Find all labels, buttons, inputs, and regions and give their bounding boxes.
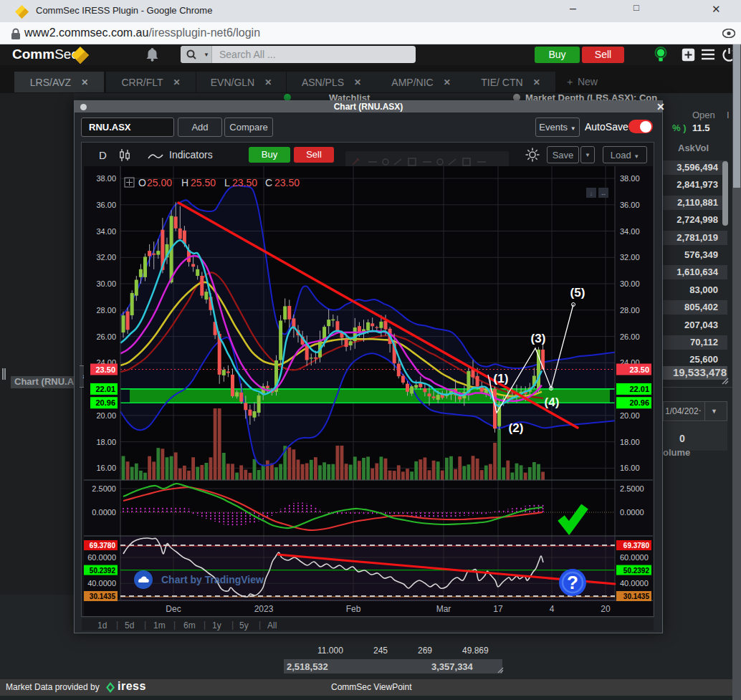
svg-text:(1): (1) bbox=[494, 372, 509, 385]
svg-text:20.96: 20.96 bbox=[95, 398, 115, 407]
svg-text:30.1435: 30.1435 bbox=[623, 593, 650, 600]
svg-text:32.00: 32.00 bbox=[96, 253, 116, 262]
svg-text:17: 17 bbox=[493, 604, 503, 614]
svg-text:26.00: 26.00 bbox=[620, 332, 640, 341]
svg-text:4: 4 bbox=[550, 604, 555, 614]
svg-text:23.50: 23.50 bbox=[629, 365, 649, 374]
svg-text:32.00: 32.00 bbox=[620, 253, 640, 262]
svg-text:H: H bbox=[181, 177, 188, 188]
svg-text:36.00: 36.00 bbox=[96, 201, 116, 209]
svg-text:(4): (4) bbox=[545, 395, 560, 409]
svg-text:60.0000: 60.0000 bbox=[87, 553, 116, 562]
svg-text:(2): (2) bbox=[509, 421, 524, 435]
svg-text:23.50: 23.50 bbox=[95, 365, 115, 374]
svg-text:25.50: 25.50 bbox=[191, 177, 216, 188]
svg-text:60.0000: 60.0000 bbox=[620, 553, 649, 562]
svg-text:(3): (3) bbox=[531, 332, 546, 345]
svg-text:30.1435: 30.1435 bbox=[90, 593, 116, 600]
svg-text:28.00: 28.00 bbox=[96, 306, 116, 315]
svg-text:23.50: 23.50 bbox=[232, 177, 257, 188]
svg-text:23.50: 23.50 bbox=[274, 177, 300, 188]
svg-text:O: O bbox=[138, 177, 146, 188]
svg-text:2023: 2023 bbox=[254, 604, 274, 614]
svg-text:22.01: 22.01 bbox=[629, 385, 649, 393]
svg-text:(5): (5) bbox=[570, 286, 585, 299]
svg-text:20.00: 20.00 bbox=[96, 411, 116, 420]
svg-text:↔: ↔ bbox=[601, 190, 607, 197]
svg-text:20.96: 20.96 bbox=[629, 398, 649, 407]
svg-text:Mar: Mar bbox=[436, 604, 451, 614]
svg-text:69.3780: 69.3780 bbox=[90, 542, 116, 550]
svg-text:0.0000: 0.0000 bbox=[620, 508, 644, 517]
svg-text:0.0000: 0.0000 bbox=[92, 508, 116, 517]
svg-text:18.00: 18.00 bbox=[96, 438, 116, 446]
svg-text:20: 20 bbox=[601, 604, 611, 614]
svg-text:16.00: 16.00 bbox=[96, 464, 116, 472]
svg-text:69.3780: 69.3780 bbox=[623, 542, 650, 550]
svg-text:22.01: 22.01 bbox=[95, 385, 115, 393]
svg-text:38.00: 38.00 bbox=[96, 174, 116, 183]
svg-text:2.5000: 2.5000 bbox=[620, 484, 644, 493]
svg-text:36.00: 36.00 bbox=[620, 201, 640, 209]
svg-text:40.0000: 40.0000 bbox=[87, 579, 116, 588]
svg-text:18.00: 18.00 bbox=[620, 438, 640, 446]
svg-text:25.00: 25.00 bbox=[147, 177, 172, 188]
svg-text:Dec: Dec bbox=[166, 604, 181, 614]
svg-text:50.2392: 50.2392 bbox=[623, 567, 650, 575]
svg-text:34.00: 34.00 bbox=[96, 227, 116, 236]
svg-text:16.00: 16.00 bbox=[620, 464, 640, 472]
svg-text:26.00: 26.00 bbox=[96, 332, 116, 341]
svg-text:L: L bbox=[224, 177, 230, 188]
svg-text:?: ? bbox=[567, 572, 578, 593]
svg-text:28.00: 28.00 bbox=[620, 306, 640, 315]
svg-text:30.00: 30.00 bbox=[620, 279, 640, 288]
svg-text:Chart by TradingView: Chart by TradingView bbox=[161, 574, 264, 585]
svg-text:20.00: 20.00 bbox=[620, 411, 640, 420]
svg-text:C: C bbox=[265, 177, 272, 188]
svg-text:↓: ↓ bbox=[590, 190, 593, 197]
svg-text:50.2392: 50.2392 bbox=[90, 567, 116, 575]
svg-text:38.00: 38.00 bbox=[620, 174, 640, 183]
svg-text:40.0000: 40.0000 bbox=[620, 579, 649, 588]
svg-text:Feb: Feb bbox=[346, 604, 361, 614]
svg-text:34.00: 34.00 bbox=[620, 227, 640, 236]
svg-text:30.00: 30.00 bbox=[96, 279, 116, 288]
svg-text:2.5000: 2.5000 bbox=[92, 484, 116, 493]
